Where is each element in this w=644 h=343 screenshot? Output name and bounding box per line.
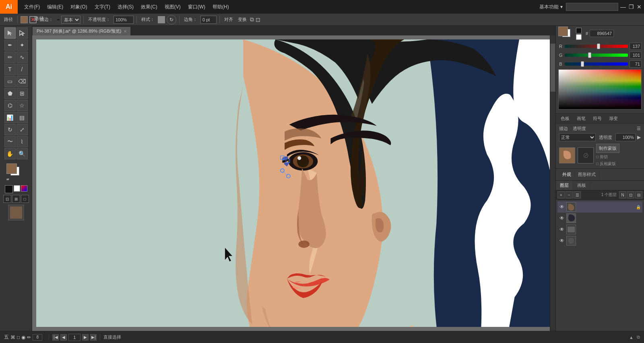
layer-row-2[interactable]: 👁 [557,213,642,224]
maximize-button[interactable]: ❐ [628,4,634,10]
fg-color-chip[interactable] [558,27,568,36]
fill-swatch[interactable] [21,16,28,23]
stroke-style-select[interactable]: 基本 [61,16,80,24]
layers-tab[interactable]: 图层 [556,181,573,190]
menu-text[interactable]: 文字(T) [91,2,114,12]
b-thumb[interactable] [581,61,584,67]
selection-tool[interactable] [4,27,16,39]
g-value-input[interactable] [630,52,642,59]
layers-delete-button[interactable]: − [566,191,573,198]
layer-visibility-3[interactable]: 👁 [559,227,565,232]
view-icon[interactable]: ⊡ [3,195,11,203]
symbol-tool[interactable]: ☆ [17,100,28,111]
mesh-tool[interactable]: ⊞ [17,88,28,99]
search-input[interactable] [566,3,618,11]
hand-tool[interactable]: ✋ [4,148,16,159]
border-input[interactable] [200,16,217,24]
layer-visibility-4[interactable]: 👁 [559,238,565,244]
warp-tool[interactable]: 〜 [4,136,16,147]
close-button[interactable]: ✕ [636,4,642,10]
arrange-icon[interactable]: ⊡ [256,17,260,23]
artboard-tab[interactable]: 画板 [573,181,590,190]
next-page-btn[interactable]: ▶ [82,334,89,341]
tab-symbol[interactable]: 符号 [590,114,605,124]
slice-tool[interactable]: ▤ [17,112,28,123]
pen-tool[interactable]: ✒ [4,39,16,51]
tool-4[interactable]: ◉ [21,335,25,340]
graph-tool[interactable]: 📊 [4,112,16,123]
reshape-tool[interactable]: ⌇ [17,136,28,147]
layer-lock-1[interactable]: 🔒 [636,205,641,209]
pencil-tool[interactable]: ✏ [4,52,16,63]
style-swatch[interactable] [158,16,165,23]
color-spectrum[interactable] [558,69,642,110]
blend-tool[interactable]: ⌬ [4,100,16,111]
tool-2[interactable]: ⌘ [10,335,15,340]
zoom-tool[interactable]: 🔍 [17,148,28,159]
scroll-thumb-vertical[interactable] [550,43,555,92]
menu-select[interactable]: 选择(S) [114,2,137,12]
workspace-selector[interactable]: 基本功能 ▾ [536,4,566,10]
b-slider[interactable] [565,62,628,66]
white-chip[interactable] [576,34,582,40]
appearance-tab[interactable]: 外观 [559,170,575,179]
transform-label[interactable]: 变换 [236,16,248,23]
layer-icon-2[interactable]: ⊡ [627,191,634,198]
layers-menu-button[interactable]: ☰ [574,191,581,198]
transparency-menu[interactable]: ☰ [637,126,641,131]
swap-icon[interactable]: ⇄ [6,178,9,181]
smooth-tool[interactable]: ∿ [17,52,28,63]
eraser-tool[interactable]: ⌫ [17,76,28,87]
layer-row-1[interactable]: 👁 🔒 [557,201,642,213]
size-input[interactable] [33,334,42,341]
black-chip[interactable] [576,28,582,33]
layers-add-button[interactable]: + [557,191,565,198]
opacity-input[interactable] [114,16,134,24]
g-slider[interactable] [565,54,628,57]
menu-help[interactable]: 帮助(H) [209,2,232,12]
add-anchor-tool[interactable]: ✦ [17,39,28,51]
tool-1[interactable]: 五 [4,334,9,341]
make-mask-button[interactable]: 制作蒙版 [596,144,619,153]
last-page-btn[interactable]: ▶| [90,334,97,341]
hex-input[interactable] [590,30,614,37]
foreground-color-swatch[interactable] [6,163,17,174]
r-thumb[interactable] [597,43,600,49]
envelope-icon[interactable]: ⧉ [250,16,254,23]
minimize-button[interactable]: — [620,4,626,10]
g-thumb[interactable] [588,52,591,58]
full-icon[interactable]: □ [21,195,29,203]
menu-window[interactable]: 窗口(W) [185,2,208,12]
text-tool[interactable]: T [4,64,16,75]
direct-selection-tool[interactable] [17,27,28,39]
tab-close-button[interactable]: × [124,29,126,34]
tool-3[interactable]: □ [17,335,20,340]
opacity-arrow[interactable]: ▶ [637,134,641,140]
r-value-input[interactable] [630,43,642,50]
vertical-scrollbar[interactable] [550,35,555,331]
screen-icon[interactable]: ⊞ [12,195,20,203]
layer-visibility-2[interactable]: 👁 [559,215,565,221]
scale-tool[interactable]: ⤢ [17,124,28,135]
menu-effect[interactable]: 效果(C) [138,2,161,12]
tab-gradient[interactable]: 渐变 [606,114,621,124]
fill-stroke-icon[interactable] [5,185,13,193]
menu-edit[interactable]: 编辑(E) [44,2,66,12]
menu-object[interactable]: 对象(O) [67,2,90,12]
rotate-tool-btn[interactable]: ↻ [4,124,16,135]
page-number-input[interactable] [68,334,80,341]
prev-page-btn[interactable]: ◀ [60,334,67,341]
layer-row-3[interactable]: 👁 [557,224,642,235]
menu-file[interactable]: 文件(F) [21,2,43,12]
line-tool[interactable]: / [17,64,28,75]
first-page-btn[interactable]: |◀ [52,334,59,341]
r-slider[interactable] [565,45,628,48]
layer-icon-3[interactable]: ⊟ [635,191,642,198]
tab-color-board[interactable]: 色板 [557,114,573,124]
white-fill-icon[interactable] [14,185,20,192]
blend-mode-select[interactable]: 正常 [559,133,596,141]
canvas-area[interactable] [32,35,555,331]
graphic-styles-tab[interactable]: 图形样式 [575,170,599,179]
rotate-button[interactable]: ↻ [167,15,176,25]
tool-5[interactable]: ✏ [27,335,31,340]
